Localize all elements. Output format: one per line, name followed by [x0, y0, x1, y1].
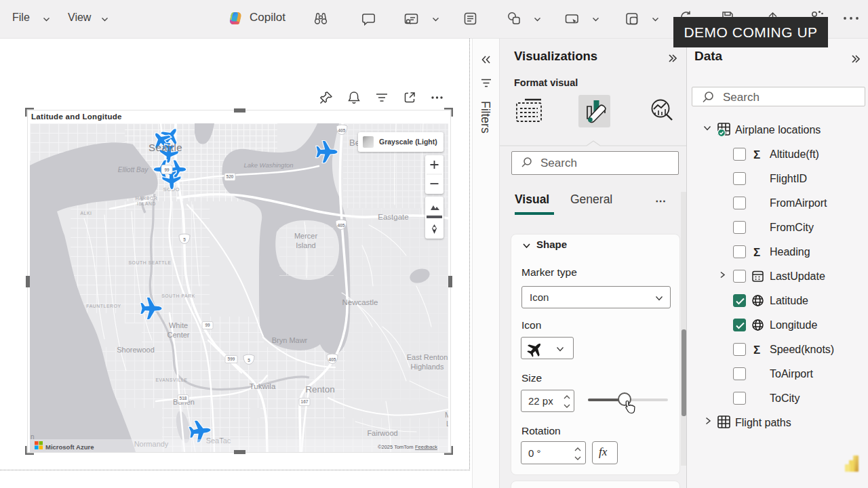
svg-text:White: White	[169, 321, 188, 329]
svg-text:SOUTH PARK: SOUTH PARK	[161, 293, 195, 298]
svg-text:99: 99	[205, 323, 210, 327]
svg-text:Tukwila: Tukwila	[250, 382, 276, 390]
svg-text:Feedback: Feedback	[415, 444, 437, 450]
svg-text:HARBOR: HARBOR	[136, 196, 158, 201]
svg-text:EVANSVILLE: EVANSVILLE	[155, 378, 187, 382]
svg-text:Σ: Σ	[753, 148, 760, 161]
svg-text:167: 167	[301, 399, 309, 404]
svg-text:Microsoft Azure: Microsoft Azure	[45, 443, 94, 451]
svg-text:520: 520	[226, 174, 234, 179]
svg-text:518: 518	[180, 396, 187, 401]
svg-text:405: 405	[338, 128, 346, 133]
svg-text:Bryn Mawr: Bryn Mawr	[272, 336, 308, 344]
svg-text:Lake Washington: Lake Washington	[243, 161, 293, 169]
svg-text:Shorewood: Shorewood	[117, 346, 155, 354]
svg-text:Elliott Bay: Elliott Bay	[118, 166, 149, 174]
svg-text:5: 5	[183, 237, 186, 242]
svg-text:ALKI: ALKI	[80, 211, 92, 216]
svg-text:Highlands: Highlands	[411, 363, 444, 371]
svg-text:Ma: Ma	[445, 411, 448, 419]
svg-text:Mercer: Mercer	[294, 232, 318, 240]
svg-text:FAUNTLEROY: FAUNTLEROY	[86, 304, 121, 308]
svg-text:L: L	[446, 420, 448, 428]
svg-text:99: 99	[164, 167, 170, 172]
svg-text:405: 405	[338, 223, 345, 228]
svg-text:Σ: Σ	[753, 246, 760, 259]
svg-text:Newcastle: Newcastle	[342, 298, 378, 306]
svg-text:East Renton: East Renton	[407, 353, 448, 361]
svg-text:Center: Center	[167, 331, 189, 339]
svg-text:599: 599	[228, 357, 235, 361]
svg-text:Island: Island	[296, 241, 315, 249]
svg-text:Eastgate: Eastgate	[378, 213, 408, 221]
svg-text:Fairwood: Fairwood	[367, 429, 397, 437]
svg-text:5: 5	[248, 358, 250, 363]
svg-text:©2025 TomTom: ©2025 TomTom	[378, 444, 414, 450]
svg-text:Renton: Renton	[305, 384, 335, 394]
svg-text:ISLAND: ISLAND	[137, 201, 156, 206]
svg-text:Seattle: Seattle	[149, 142, 182, 153]
svg-text:SOUTH SEATTLE: SOUTH SEATTLE	[128, 260, 171, 265]
svg-text:Σ: Σ	[753, 344, 760, 357]
svg-text:405: 405	[329, 357, 336, 362]
